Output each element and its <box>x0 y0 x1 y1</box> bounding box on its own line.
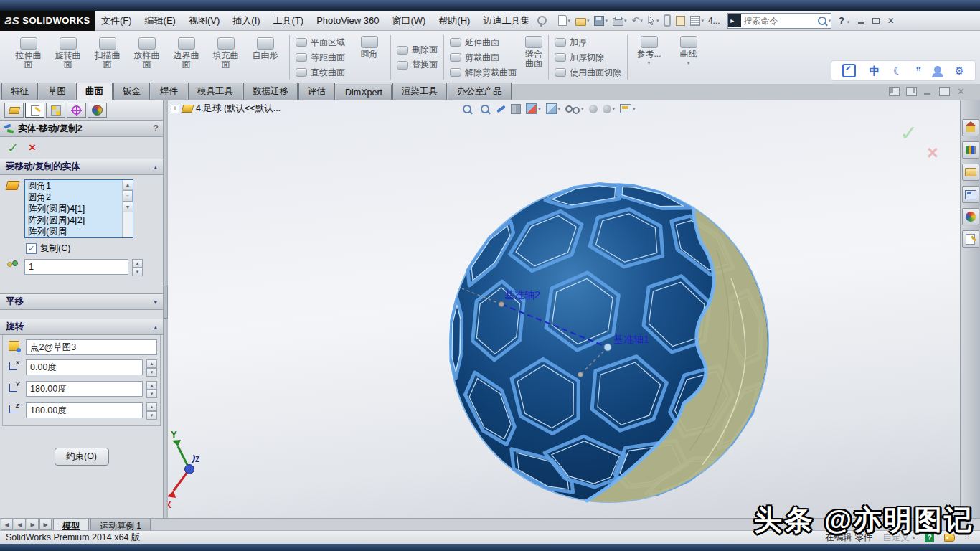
flyout-feature-tree[interactable]: + 4.足球 (默认<<默认... <box>171 103 281 115</box>
delete-face-button[interactable]: 删除面 <box>397 44 438 56</box>
tab-office-products[interactable]: 办公室产品 <box>448 83 512 100</box>
feature-manager-tab[interactable] <box>4 103 24 118</box>
gear-icon[interactable]: ⚙ <box>954 65 963 76</box>
design-library-button[interactable] <box>962 141 979 159</box>
menu-photoview[interactable]: PhotoView 360 <box>310 15 385 26</box>
list-item[interactable]: 阵列(圆周 <box>25 226 133 237</box>
list-item[interactable]: 圆角2 <box>25 192 133 203</box>
view-palette-button[interactable] <box>962 186 979 203</box>
undo-button[interactable]: ↶▾ <box>630 14 644 27</box>
tab-render-tools[interactable]: 渲染工具 <box>392 83 447 100</box>
pane-right-icon[interactable] <box>906 87 917 96</box>
menu-view[interactable]: 视图(V) <box>182 14 226 27</box>
menu-tools[interactable]: 工具(T) <box>267 14 311 27</box>
freeform-button[interactable]: 自由形 <box>245 32 285 83</box>
open-button[interactable]: ▾ <box>574 14 591 27</box>
rotate-y-spinner[interactable]: ▲▼ <box>146 381 157 398</box>
fillet-button[interactable]: 圆角 <box>349 31 389 82</box>
previous-view-button[interactable] <box>496 108 506 110</box>
menu-insert[interactable]: 插入(I) <box>226 14 266 27</box>
tab-evaluate[interactable]: 评估 <box>298 83 335 100</box>
copies-spinner[interactable]: ▲▼ <box>132 259 143 276</box>
print-button[interactable]: ▾ <box>611 14 628 27</box>
revolved-surface-button[interactable]: 旋转曲面 <box>48 32 88 83</box>
copy-checkbox[interactable]: ✓ <box>26 243 37 254</box>
list-item[interactable]: 圆角1 <box>25 180 133 192</box>
bodies-section-header[interactable]: 要移动/复制的实体 ▴ <box>0 159 163 175</box>
bodies-list[interactable]: 圆角1 圆角2 阵列(圆周)4[1] 阵列(圆周)4[2] 阵列(圆周 ▲ ≡ … <box>24 179 133 238</box>
model-tab[interactable]: 模型 <box>53 519 89 530</box>
spin-up-icon[interactable]: ▲ <box>146 359 157 368</box>
pane-left-icon[interactable] <box>889 87 900 96</box>
rotate-x-spinner[interactable]: ▲▼ <box>146 359 157 377</box>
cut-with-surface-button[interactable]: 使用曲面切除 <box>555 67 621 79</box>
lofted-surface-button[interactable]: 放样曲面 <box>127 32 166 83</box>
tab-data-migration[interactable]: 数据迁移 <box>243 83 298 100</box>
search-icon[interactable] <box>818 17 826 25</box>
display-manager-tab[interactable] <box>88 103 107 118</box>
reference-geometry-button[interactable]: 参考...▾ <box>629 31 669 82</box>
constrain-button[interactable]: 约束(O) <box>55 448 109 466</box>
spin-down-icon[interactable]: ▼ <box>146 390 157 398</box>
extend-surface-button[interactable]: 延伸曲面 <box>450 37 517 49</box>
extruded-surface-button[interactable]: 拉伸曲面 <box>9 32 48 83</box>
cancel-button[interactable]: × <box>29 141 36 155</box>
scroll-up-icon[interactable]: ▲ <box>123 180 133 190</box>
graphics-viewport[interactable]: + 4.足球 (默认<<默认... ▾ ▾ ▾ ▾ ▾ ✓ × 基准轴2基准轴1… <box>168 100 960 518</box>
display-style-button[interactable]: ▾ <box>546 103 561 114</box>
attachment-button[interactable] <box>662 13 672 28</box>
confirm-cancel-button[interactable]: × <box>927 142 938 164</box>
boundary-surface-button[interactable]: 边界曲面 <box>166 32 206 83</box>
translate-section-header[interactable]: 平移 ▾ <box>0 293 163 310</box>
curves-button[interactable]: 曲线▾ <box>669 31 708 82</box>
tab-mold-tools[interactable]: 模具工具 <box>188 83 242 100</box>
doc-close-icon[interactable]: ✕ <box>956 88 966 95</box>
menu-file[interactable]: 文件(F) <box>95 14 138 27</box>
menu-maidi-tools[interactable]: 迈迪工具集 <box>476 14 536 27</box>
offset-surface-button[interactable]: 等距曲面 <box>296 52 345 64</box>
first-tab-button[interactable]: ◀ <box>1 519 13 530</box>
configuration-manager-tab[interactable] <box>46 103 65 118</box>
rotate-z-spinner[interactable]: ▲▼ <box>146 402 157 420</box>
zoom-to-area-button[interactable] <box>479 105 491 113</box>
rotate-z-input[interactable]: 180.00度 <box>26 402 143 418</box>
spin-up-icon[interactable]: ▲ <box>132 259 143 268</box>
ruled-surface-button[interactable]: 直纹曲面 <box>296 67 345 79</box>
chevron-down-icon[interactable]: ▾ <box>829 18 831 24</box>
spin-down-icon[interactable]: ▼ <box>132 268 143 276</box>
thickened-cut-button[interactable]: 加厚切除 <box>555 52 621 64</box>
properties-button[interactable] <box>674 14 687 27</box>
last-tab-button[interactable]: ▶ <box>39 519 52 530</box>
options-list-button[interactable]: ▾ <box>689 14 705 27</box>
tab-sheet-metal[interactable]: 钣金 <box>113 83 150 100</box>
scroll-thumb[interactable]: ≡ <box>123 190 133 202</box>
section-view-button[interactable] <box>511 104 521 114</box>
file-explorer-button[interactable] <box>962 164 979 181</box>
pin-menubar-icon[interactable] <box>537 16 547 25</box>
custom-properties-button[interactable] <box>962 230 979 248</box>
close-button[interactable]: ✕ <box>884 15 897 27</box>
tab-surfaces[interactable]: 曲面 <box>76 83 113 100</box>
tree-expand-icon[interactable]: + <box>171 105 179 113</box>
doc-minimize-icon[interactable] <box>923 88 933 95</box>
spin-up-icon[interactable]: ▲ <box>146 402 157 411</box>
search-input[interactable] <box>741 16 816 26</box>
rotation-reference-input[interactable]: 点2@草图3 <box>26 339 157 355</box>
new-document-button[interactable]: ▾ <box>557 14 572 27</box>
thicken-button[interactable]: 加厚 <box>555 37 621 49</box>
tab-features[interactable]: 特征 <box>1 83 38 100</box>
soccer-ball-model[interactable]: 基准轴2基准轴1 YXZ <box>168 100 960 518</box>
motion-study-tab[interactable]: 运动算例 1 <box>90 519 151 530</box>
replace-face-button[interactable]: 替换面 <box>397 59 438 71</box>
view-orientation-button[interactable]: ▾ <box>526 103 541 114</box>
resources-button[interactable] <box>962 119 979 136</box>
search-commands-box[interactable]: ▸_ ▾ <box>727 13 832 29</box>
rotate-y-input[interactable]: 180.00度 <box>26 381 143 397</box>
hide-show-items-button[interactable]: ▾ <box>565 105 584 113</box>
spin-down-icon[interactable]: ▼ <box>146 411 157 420</box>
knit-surface-button[interactable]: 缝合曲面 <box>521 31 547 82</box>
tab-dimxpert[interactable]: DimXpert <box>336 85 392 100</box>
list-item[interactable]: 阵列(圆周)4[1] <box>25 203 133 215</box>
appearances-button[interactable] <box>962 208 979 225</box>
property-manager-tab[interactable] <box>25 103 44 118</box>
